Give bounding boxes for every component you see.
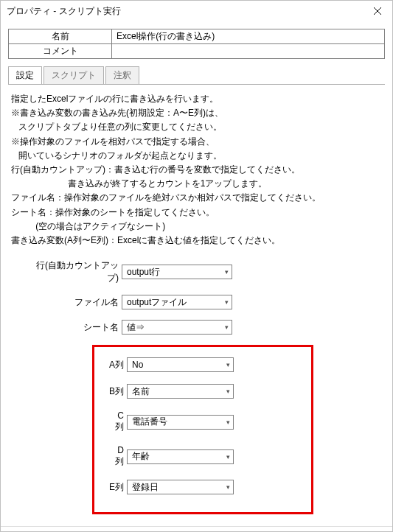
column-d-select[interactable]: 年齢 ▾ <box>127 449 234 464</box>
highlighted-columns: A列 No ▾ B列 名前 ▾ <box>92 345 313 514</box>
column-b-row: B列 名前 ▾ <box>109 384 296 399</box>
header-table: 名前 Excel操作(行の書き込み) コメント <box>8 29 385 59</box>
comment-label: コメント <box>9 44 112 59</box>
column-a-label: A列 <box>109 359 127 371</box>
column-b-value: 名前 <box>132 385 150 398</box>
column-a-value: No <box>132 360 143 370</box>
column-d-value: 年齢 <box>132 450 150 463</box>
chevron-down-icon: ▾ <box>225 323 229 331</box>
tab-notes[interactable]: 注釈 <box>105 66 139 84</box>
file-field-row: ファイル名 outputファイル ▾ <box>26 295 382 309</box>
sheet-label: シート名 <box>26 321 122 334</box>
window-title: プロパティ - スクリプト実行 <box>7 5 121 18</box>
column-e-label: E列 <box>109 481 127 494</box>
column-d-row: D列 年齢 ▾ <box>109 445 296 468</box>
tab-bar: 設定 スクリプト 注釈 <box>8 66 385 85</box>
column-e-row: E列 登録日 ▾ <box>109 480 296 494</box>
column-b-select[interactable]: 名前 ▾ <box>127 384 234 399</box>
file-select[interactable]: outputファイル ▾ <box>122 295 232 309</box>
tab-script[interactable]: スクリプト <box>44 66 104 84</box>
description-text: 指定したExcelファイルの行に書き込みを行います。 ※書き込み変数の書き込み先… <box>11 92 382 248</box>
chevron-down-icon: ▾ <box>226 388 230 395</box>
row-select[interactable]: output行 ▾ <box>122 265 232 279</box>
column-e-value: 登録日 <box>132 481 159 494</box>
column-a-row: A列 No ▾ <box>109 357 296 372</box>
close-button[interactable] <box>363 1 392 21</box>
tab-settings[interactable]: 設定 <box>8 66 42 84</box>
column-b-label: B列 <box>109 385 127 398</box>
name-value[interactable]: Excel操作(行の書き込み) <box>112 29 385 44</box>
tab-content: 指定したExcelファイルの行に書き込みを行います。 ※書き込み変数の書き込み先… <box>8 88 385 519</box>
column-c-value: 電話番号 <box>132 416 167 428</box>
chevron-down-icon: ▾ <box>226 483 230 491</box>
column-e-select[interactable]: 登録日 ▾ <box>127 480 234 494</box>
content-area: 名前 Excel操作(行の書き込み) コメント 設定 スクリプト 注釈 指定した… <box>1 21 392 526</box>
row-label: 行(自動カウントアップ) <box>26 259 122 284</box>
file-value: outputファイル <box>127 296 187 309</box>
file-label: ファイル名 <box>26 296 122 309</box>
column-c-label: C列 <box>109 410 127 433</box>
close-icon <box>374 7 381 15</box>
dialog-window: プロパティ - スクリプト実行 名前 Excel操作(行の書き込み) コメント … <box>0 0 393 532</box>
form-area: 行(自動カウントアップ) output行 ▾ ファイル名 outputファイル … <box>11 259 382 514</box>
chevron-down-icon: ▾ <box>225 268 229 276</box>
titlebar: プロパティ - スクリプト実行 <box>1 1 392 21</box>
column-a-select[interactable]: No ▾ <box>127 357 234 372</box>
row-field-row: 行(自動カウントアップ) output行 ▾ <box>26 259 382 284</box>
comment-value[interactable] <box>112 44 385 59</box>
chevron-down-icon: ▾ <box>226 419 230 426</box>
row-value: output行 <box>127 266 160 279</box>
column-c-row: C列 電話番号 ▾ <box>109 410 296 433</box>
sheet-value: 値⇒ <box>127 321 145 334</box>
column-d-label: D列 <box>109 445 127 468</box>
name-label: 名前 <box>9 29 112 44</box>
chevron-down-icon: ▾ <box>226 361 230 368</box>
sheet-select[interactable]: 値⇒ ▾ <box>122 320 232 335</box>
chevron-down-icon: ▾ <box>226 453 230 461</box>
button-bar: OK キャンセル <box>1 526 392 532</box>
sheet-field-row: シート名 値⇒ ▾ <box>26 320 382 335</box>
column-c-select[interactable]: 電話番号 ▾ <box>127 415 234 430</box>
chevron-down-icon: ▾ <box>225 298 229 306</box>
